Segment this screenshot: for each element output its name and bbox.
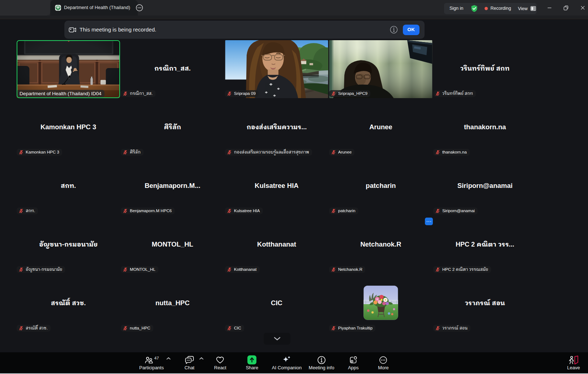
participants-menu-chevron[interactable] [165,355,172,362]
recording-indicator[interactable]: Recording [485,5,511,12]
participants-count-badge: 47 [154,356,159,360]
participant-display-name: Benjamaporn.M... [123,180,222,192]
participant-display-name: ศิริลัก [123,122,222,133]
mic-muted-icon [227,150,232,155]
mic-muted-icon [435,326,440,331]
tab-options-icon[interactable] [136,4,143,12]
participant-display-name: Kulsatree HIA [227,180,327,192]
leave-door-icon [568,356,579,365]
department-of-health-logo-icon [55,5,61,11]
name-label: patcharin [329,207,358,214]
participant-tile[interactable]: HPC 2 คณิตา วรร...HPC 2 คณิตา วรรณสมัย [433,216,537,274]
recording-dot-icon [485,7,488,10]
name-label: Kotthananat [225,266,260,273]
security-shield-icon[interactable] [471,5,478,12]
participant-tile[interactable]: อัญชนา-กรมอนามัยอัญชนา-กรมอนามัย [16,216,120,274]
sign-in-button[interactable]: Sign in [449,5,463,12]
meeting-tab[interactable]: Department of Health (Thailand) [50,0,138,16]
participant-tile[interactable]: Netchanok.RNetchanok.R [329,216,433,274]
close-button[interactable] [574,0,588,16]
participant-tile[interactable]: Kamonkan HPC 3Kamonkan HPC 3 [16,98,120,157]
react-button[interactable]: React [214,352,226,374]
participant-tile[interactable]: วรินทร์ทิพย์ สกทวรินทร์ทิพย์ สกท [433,40,537,98]
recording-info-icon[interactable] [390,26,398,34]
participant-display-name: วรินทร์ทิพย์ สกท [435,63,535,74]
chat-menu-chevron[interactable] [197,355,205,362]
more-button[interactable]: More [378,352,389,374]
view-button[interactable]: View [518,6,536,11]
chat-button[interactable]: Chat [184,352,194,374]
participant-display-name: Arunee [331,122,431,133]
minimize-button[interactable] [541,0,558,16]
participant-tile[interactable]: CICCIC [225,274,329,333]
name-label: สรณัติ์ สวช. [17,325,51,332]
tile-more-button[interactable] [425,218,433,225]
name-label: Piyaphan Trakultip [329,325,375,332]
participant-tile[interactable]: patcharinpatcharin [329,157,433,216]
leave-button[interactable]: Leave [567,352,580,374]
participant-display-name: กองส่งเสริมความร... [227,122,327,133]
window-titlebar: Department of Health (Thailand) Sign in … [0,0,588,16]
participant-tile[interactable]: Department of Health (Thailand) ID04 [16,40,120,98]
participant-tile[interactable]: Sriprapa_HPC9 [329,40,433,98]
meeting-info-icon [317,356,325,364]
titlebar-lower-strip [0,16,588,19]
mic-muted-icon [435,150,440,155]
participant-tile[interactable]: Benjamaporn.M...Benjamaporn.M HPC6 [120,157,225,216]
info-button[interactable]: Meeting info [309,352,335,374]
name-label: กองส่งเสริมความรอบรู้และสื่อสารสุขภาพ [225,149,312,156]
participant-tile[interactable]: ศิริลักศิริลัก [120,98,225,157]
video-feed [225,40,328,98]
video-feed [329,40,433,98]
participant-tile[interactable]: สรณัติ์ สวช.สรณัติ์ สวช. [16,274,120,333]
participant-tile[interactable]: Piyaphan Trakultip [329,274,433,333]
participant-display-name: HPC 2 คณิตา วรร... [435,239,535,250]
mic-muted-icon [331,326,336,331]
participant-display-name: thanakorn.na [435,122,535,133]
participant-tile[interactable]: Sriprapa 09 [225,40,329,98]
share-screen-icon [247,355,257,365]
participant-display-name: Netchanok.R [331,239,431,250]
name-label: ศิริลัก [121,149,144,156]
name-label: nutta_HPC [121,325,153,332]
mic-muted-icon [19,267,24,272]
meeting-toolbar: 47ParticipantsChatReactShareAI Companion… [0,352,588,374]
name-label: Arunee [329,149,354,156]
participant-tile[interactable]: nutta_HPCnutta_HPC [120,274,225,333]
mic-muted-icon [123,326,128,331]
name-label: วราภรณ์ สอน [433,325,470,332]
participant-tile[interactable]: วราภรณ์ สอนวราภรณ์ สอน [433,274,537,333]
chevron-down-icon [274,337,281,341]
recording-ok-button[interactable]: OK [403,25,419,35]
participant-tile[interactable]: AruneeArunee [329,98,433,157]
participant-tile[interactable]: กองส่งเสริมความร...กองส่งเสริมความรอบรู้… [225,98,329,157]
name-label: กรณิกา_สส. [121,90,155,97]
participant-display-name: MONTOL_HL [123,239,222,250]
share-button[interactable]: Share [246,352,259,374]
participant-tile[interactable]: Siriporn@anamaiSiriporn@anamai [433,157,537,216]
window-controls [541,0,588,16]
mic-muted-icon [227,267,232,272]
chevron-up-icon [166,357,171,360]
participant-display-name: nutta_HPC [123,298,222,309]
name-label: MONTOL_HL [121,266,158,273]
chat-icon [185,356,194,364]
mic-muted-icon [435,91,440,96]
ellipsis-icon [427,221,431,222]
name-label: สกท. [17,207,38,214]
participant-tile[interactable]: thanakorn.nathanakorn.na [433,98,537,157]
participant-tile[interactable]: Kulsatree HIAKulsatree HIA [225,157,329,216]
collapse-grid-button[interactable] [264,333,290,345]
participant-tile[interactable]: MONTOL_HLMONTOL_HL [120,216,225,274]
maximize-button[interactable] [558,0,574,16]
ai-button[interactable]: AI Companion [272,352,302,374]
participant-tile[interactable]: กรณิกา_สส.กรณิกา_สส. [120,40,225,98]
participants-button[interactable]: 47Participants [139,352,164,374]
participant-tile[interactable]: สกท.สกท. [16,157,120,216]
name-label: วรินทร์ทิพย์ สกท [433,90,476,97]
participant-tile[interactable]: KotthananatKotthananat [225,216,329,274]
mic-muted-icon [19,326,24,331]
mic-muted-icon [331,91,336,96]
apps-button[interactable]: Apps [348,352,359,374]
mic-muted-icon [331,150,336,155]
